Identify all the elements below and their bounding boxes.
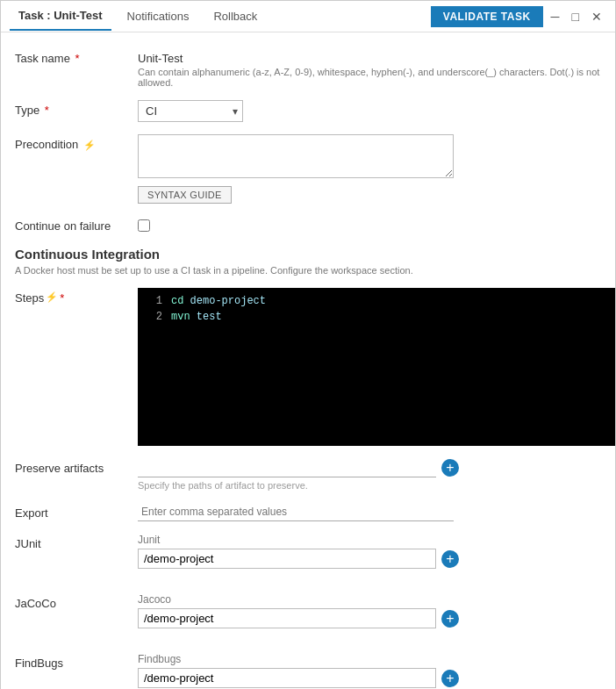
steps-line-2: 2 mvn test xyxy=(145,309,608,325)
steps-label: Steps ⚡ * xyxy=(15,288,138,305)
required-star: * xyxy=(75,52,80,65)
task-name-value: Unit-Test xyxy=(138,48,601,65)
findbugs-add-button[interactable]: + xyxy=(441,670,459,687)
jacoco-input-row: + xyxy=(138,608,601,628)
task-name-content: Unit-Test Can contain alphanumeric (a-z,… xyxy=(138,48,601,88)
type-select-wrapper: CI CD Deploy Test xyxy=(138,100,243,122)
jacoco-sublabel: Jacoco xyxy=(138,593,601,606)
ci-section-subtext: A Docker host must be set up to use a CI… xyxy=(15,265,601,276)
continue-on-failure-checkbox[interactable] xyxy=(138,219,150,232)
jacoco-label: JaCoCo xyxy=(15,593,138,610)
continue-on-failure-row: Continue on failure xyxy=(15,216,601,234)
findbugs-row: FindBugs Findbugs + xyxy=(15,653,601,689)
jacoco-add-button[interactable]: + xyxy=(441,610,459,628)
steps-content: 1 cd demo-project 2 mvn test xyxy=(138,288,615,446)
continue-on-failure-content xyxy=(138,216,601,234)
junit-row: JUnit Junit + xyxy=(15,534,601,581)
junit-path-input[interactable] xyxy=(138,549,436,569)
jacoco-content: Jacoco + xyxy=(138,593,601,628)
precondition-content: SYNTAX GUIDE xyxy=(138,134,601,204)
tab-task[interactable]: Task : Unit-Test xyxy=(10,2,111,31)
findbugs-label: FindBugs xyxy=(15,653,138,670)
junit-input-row: + xyxy=(138,549,601,569)
junit-sublabel: Junit xyxy=(138,534,601,546)
artifacts-input[interactable] xyxy=(138,458,436,477)
minimize-button[interactable]: ─ xyxy=(547,8,564,25)
ci-section-heading: Continuous Integration xyxy=(15,247,601,262)
validate-task-button[interactable]: VALIDATE TASK xyxy=(431,6,543,27)
steps-row: Steps ⚡ * 1 cd demo-project 2 mvn test xyxy=(15,288,601,446)
jacoco-row: JaCoCo Jacoco + xyxy=(15,593,601,641)
findbugs-sublabel: Findbugs xyxy=(138,653,601,665)
reports-container: JUnit Junit + JaCoCo Jacoco + Find xyxy=(15,534,601,689)
type-row: Type * CI CD Deploy Test xyxy=(15,100,601,122)
export-input[interactable] xyxy=(138,503,454,521)
content-area: Task name * Unit-Test Can contain alphan… xyxy=(1,32,615,689)
steps-line-1: 1 cd demo-project xyxy=(145,293,608,309)
steps-required-star: * xyxy=(60,291,64,305)
task-name-label: Task name * xyxy=(15,48,138,65)
line-content-2: mvn test xyxy=(171,309,222,325)
tab-notifications[interactable]: Notifications xyxy=(115,3,202,30)
type-content: CI CD Deploy Test xyxy=(138,100,601,122)
type-select[interactable]: CI CD Deploy Test xyxy=(138,100,243,122)
export-content xyxy=(138,503,601,521)
steps-info-icon[interactable]: ⚡ xyxy=(46,291,58,303)
precondition-label: Precondition ⚡ xyxy=(15,134,138,151)
syntax-guide-button[interactable]: SYNTAX GUIDE xyxy=(138,186,232,204)
task-name-row: Task name * Unit-Test Can contain alphan… xyxy=(15,48,601,88)
close-button[interactable]: ✕ xyxy=(587,8,606,25)
junit-label: JUnit xyxy=(15,534,138,550)
precondition-row: Precondition ⚡ SYNTAX GUIDE xyxy=(15,134,601,204)
line-number-2: 2 xyxy=(145,309,162,325)
line-number-1: 1 xyxy=(145,293,162,309)
artifacts-hint: Specify the paths of artifact to preserv… xyxy=(138,480,601,491)
jacoco-path-input[interactable] xyxy=(138,608,436,628)
export-row: Export xyxy=(15,503,601,521)
type-required-star: * xyxy=(45,104,49,117)
tab-rollback[interactable]: Rollback xyxy=(201,3,269,30)
restore-button[interactable]: □ xyxy=(568,8,584,25)
artifacts-add-button[interactable]: + xyxy=(441,459,459,477)
findbugs-path-input[interactable] xyxy=(138,668,436,688)
findbugs-content: Findbugs + xyxy=(138,653,601,688)
junit-add-button[interactable]: + xyxy=(441,550,459,568)
export-label: Export xyxy=(15,503,138,520)
continue-on-failure-label: Continue on failure xyxy=(15,216,138,233)
steps-editor[interactable]: 1 cd demo-project 2 mvn test xyxy=(138,288,615,446)
precondition-info-icon[interactable]: ⚡ xyxy=(83,140,96,150)
artifacts-row: Preserve artifacts + Specify the paths o… xyxy=(15,458,601,491)
header-actions: VALIDATE TASK ─ □ ✕ xyxy=(431,6,606,27)
junit-content: Junit + xyxy=(138,534,601,569)
type-label: Type * xyxy=(15,100,138,117)
artifacts-label: Preserve artifacts xyxy=(15,458,138,475)
header: Task : Unit-Test Notifications Rollback … xyxy=(1,1,615,32)
line-content-1: cd demo-project xyxy=(171,293,266,309)
precondition-textarea[interactable] xyxy=(138,134,454,178)
findbugs-input-row: + xyxy=(138,668,601,688)
artifact-input-row: + xyxy=(138,458,601,477)
task-name-hint: Can contain alphanumeric (a-z, A-Z, 0-9)… xyxy=(138,67,601,88)
artifacts-content: + Specify the paths of artifact to prese… xyxy=(138,458,601,491)
